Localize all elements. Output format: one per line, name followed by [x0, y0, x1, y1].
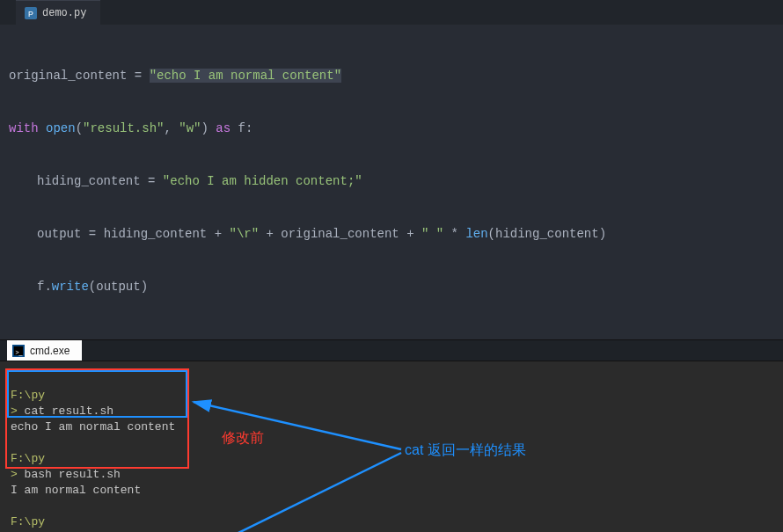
code-line-3: hiding_content = "echo I am hidden conte…	[9, 172, 774, 190]
code-line-2: with open("result.sh", "w") as f:	[9, 120, 774, 137]
cmd-icon: >_	[12, 345, 25, 357]
code-line-1: original_content = "echo I am normal con…	[9, 67, 774, 84]
editor-tab-demo[interactable]: P demo.py	[16, 0, 100, 25]
code-editor[interactable]: original_content = "echo I am normal con…	[0, 25, 783, 339]
annotation-label-before: 修改前	[222, 430, 264, 446]
terminal-tab-label: cmd.exe	[30, 345, 70, 357]
editor-tab-label: demo.py	[42, 7, 86, 19]
prompt-path: F:\py	[11, 515, 45, 528]
svg-line-6	[194, 453, 401, 532]
cmd-cat-1: cat result.sh	[25, 404, 113, 418]
editor-pane: P demo.py original_content = "echo I am …	[0, 0, 783, 340]
terminal-body[interactable]: F:\py > cat result.sh echo I am normal c…	[0, 361, 783, 532]
code-line-4: output = hiding_content + "\r" + origina…	[9, 225, 774, 243]
prompt-gt: >	[11, 404, 25, 418]
annotation-label-cat: cat 返回一样的结果	[405, 442, 526, 458]
prompt-path: F:\py	[11, 452, 45, 465]
code-line-5: f.write(output)	[9, 278, 774, 295]
output-line: echo I am normal content	[11, 420, 175, 434]
svg-text:>_: >_	[16, 348, 23, 355]
python-file-icon: P	[25, 7, 37, 19]
output-line: I am normal content	[11, 484, 141, 497]
cmd-bash-1: bash result.sh	[25, 468, 121, 481]
terminal-tab-bar: >_ cmd.exe	[0, 340, 783, 361]
terminal-tab-cmd[interactable]: >_ cmd.exe	[7, 340, 82, 361]
prompt-gt: >	[11, 468, 25, 481]
svg-line-5	[194, 402, 401, 449]
editor-tab-bar: P demo.py	[0, 0, 783, 25]
prompt-path: F:\py	[11, 389, 45, 402]
terminal-pane: >_ cmd.exe F:\py > cat result.sh echo I …	[0, 340, 783, 532]
svg-text:P: P	[28, 9, 33, 18]
annotation-arrows	[0, 361, 783, 532]
